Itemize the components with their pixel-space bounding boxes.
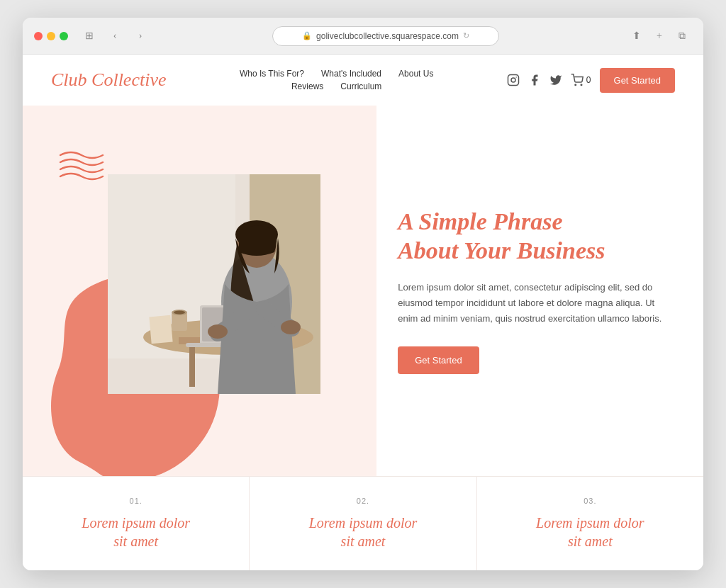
feature-item-2: 02. Lorem ipsum dolor sit amet (250, 477, 476, 570)
svg-point-3 (575, 84, 576, 86)
navbar: Club Collective Who Is This For? What's … (23, 55, 703, 106)
svg-rect-10 (189, 344, 195, 387)
svg-point-18 (208, 324, 228, 339)
address-bar[interactable]: 🔒 goliveclubcollective.squarespace.com ↻ (156, 26, 615, 46)
svg-rect-23 (149, 315, 172, 343)
back-button[interactable]: ‹ (105, 26, 125, 46)
url-text: goliveclubcollective.squarespace.com (316, 31, 459, 41)
feature-item-1: 01. Lorem ipsum dolor sit amet (23, 477, 250, 570)
browser-chrome: ⊞ ‹ › 🔒 goliveclubcollective.squarespace… (23, 18, 703, 55)
svg-point-22 (174, 310, 185, 314)
nav-row-2: Reviews Curriculum (291, 81, 381, 91)
feature-item-3: 03. Lorem ipsum dolor sit amet (477, 477, 703, 570)
hero-right: A Simple Phrase About Your Business Lore… (376, 106, 703, 476)
hero-heading: A Simple Phrase About Your Business (398, 208, 675, 266)
instagram-icon[interactable] (507, 74, 520, 86)
nav-link-curriculum[interactable]: Curriculum (340, 81, 381, 91)
browser-actions: ⬆ + ⧉ (627, 26, 692, 46)
svg-point-4 (581, 84, 582, 86)
nav-link-who[interactable]: Who Is This For? (240, 69, 304, 79)
nav-row-1: Who Is This For? What's Included About U… (240, 69, 434, 79)
svg-point-2 (515, 77, 517, 78)
website-content: Club Collective Who Is This For? What's … (23, 55, 703, 570)
nav-link-whats-included[interactable]: What's Included (321, 69, 381, 79)
sidebar-toggle-icon[interactable]: ⊞ (79, 26, 99, 46)
hero-photo (108, 174, 320, 394)
hero-body-text: Lorem ipsum dolor sit amet, consectetur … (398, 280, 675, 327)
feature-2-number: 02. (271, 497, 454, 505)
facebook-icon[interactable] (528, 74, 541, 86)
tabs-icon[interactable]: ⧉ (672, 26, 692, 46)
features-section: 01. Lorem ipsum dolor sit amet 02. Lorem… (23, 476, 703, 570)
nav-center: Who Is This For? What's Included About U… (240, 69, 434, 91)
wave-decoration (57, 148, 113, 183)
svg-point-19 (281, 320, 301, 334)
share-icon[interactable]: ⬆ (627, 26, 647, 46)
site-logo[interactable]: Club Collective (51, 69, 166, 91)
close-button[interactable] (34, 32, 43, 40)
feature-1-title: Lorem ipsum dolor sit amet (44, 514, 228, 550)
hero-section: A Simple Phrase About Your Business Lore… (23, 106, 703, 476)
maximize-button[interactable] (60, 32, 68, 40)
browser-window: ⊞ ‹ › 🔒 goliveclubcollective.squarespace… (23, 18, 703, 570)
feature-3-title: Lorem ipsum dolor sit amet (498, 514, 682, 550)
twitter-icon[interactable] (549, 74, 562, 86)
traffic-lights (34, 32, 68, 40)
cart-count: 0 (586, 75, 591, 85)
feature-3-number: 03. (498, 497, 682, 505)
svg-point-1 (511, 78, 515, 82)
minimize-button[interactable] (47, 32, 55, 40)
forward-button[interactable]: › (130, 26, 150, 46)
feature-1-number: 01. (44, 497, 228, 505)
svg-rect-0 (508, 75, 518, 86)
hero-cta-button[interactable]: Get Started (398, 346, 479, 374)
nav-link-about[interactable]: About Us (398, 69, 433, 79)
cart-button[interactable]: 0 (571, 74, 591, 86)
nav-cta-button[interactable]: Get Started (600, 68, 675, 93)
hero-left (23, 106, 376, 476)
new-tab-icon[interactable]: + (649, 26, 669, 46)
nav-link-reviews[interactable]: Reviews (291, 81, 323, 91)
feature-2-title: Lorem ipsum dolor sit amet (271, 514, 454, 550)
nav-right: 0 Get Started (507, 68, 675, 93)
